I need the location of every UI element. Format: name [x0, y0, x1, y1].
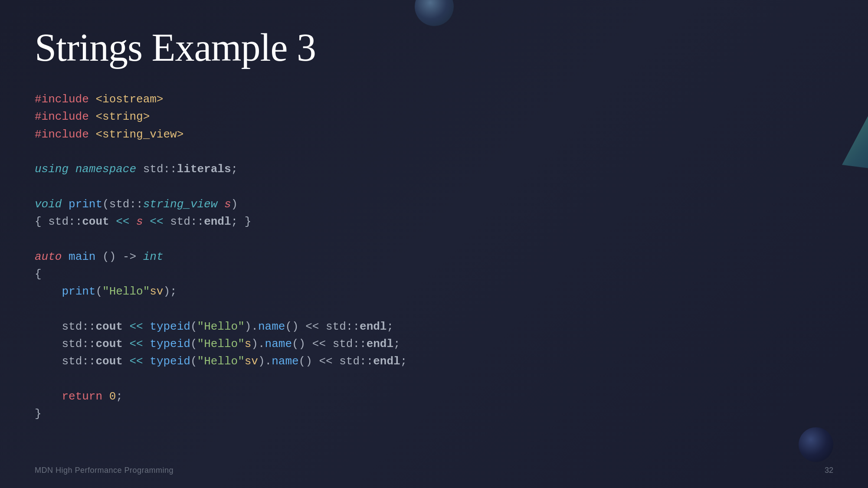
code-line-void2: { std::cout << s << std::endl; }: [35, 213, 833, 230]
code-line-using: using namespace std::literals;: [35, 160, 833, 178]
code-line-include1: #include <iostream>: [35, 91, 833, 108]
code-line-return1: return 0;: [35, 388, 833, 405]
orb-top-decoration: [415, 0, 454, 26]
code-line-empty5: [35, 370, 833, 388]
code-line-empty4: [35, 301, 833, 318]
code-line-print1: print("Hello"sv);: [35, 283, 833, 300]
code-line-empty1: [35, 143, 833, 160]
code-line-empty2: [35, 178, 833, 195]
svg-marker-0: [842, 100, 868, 174]
code-line-include2: #include <string>: [35, 108, 833, 125]
code-line-typeid2: std::cout << typeid("Hello"s).name() << …: [35, 335, 833, 353]
footer-page: 32: [825, 466, 833, 475]
slide: Strings Example 3 #include <iostream> #i…: [0, 0, 868, 488]
code-line-auto1: auto main () -> int: [35, 248, 833, 265]
code-line-typeid3: std::cout << typeid("Hello"sv).name() <<…: [35, 353, 833, 370]
footer: MDN High Performance Programming 32: [0, 466, 868, 475]
slide-title: Strings Example 3: [35, 26, 833, 69]
code-line-typeid1: std::cout << typeid("Hello").name() << s…: [35, 318, 833, 335]
footer-label: MDN High Performance Programming: [35, 466, 174, 475]
orb-bottom-right-decoration: [799, 427, 833, 462]
code-line-include3: #include <string_view>: [35, 126, 833, 143]
code-line-empty3: [35, 230, 833, 248]
code-line-brace1: {: [35, 265, 833, 283]
code-block: #include <iostream> #include <string> #i…: [35, 91, 833, 423]
code-line-void1: void print(std::string_view s): [35, 196, 833, 213]
code-line-brace2: }: [35, 405, 833, 422]
